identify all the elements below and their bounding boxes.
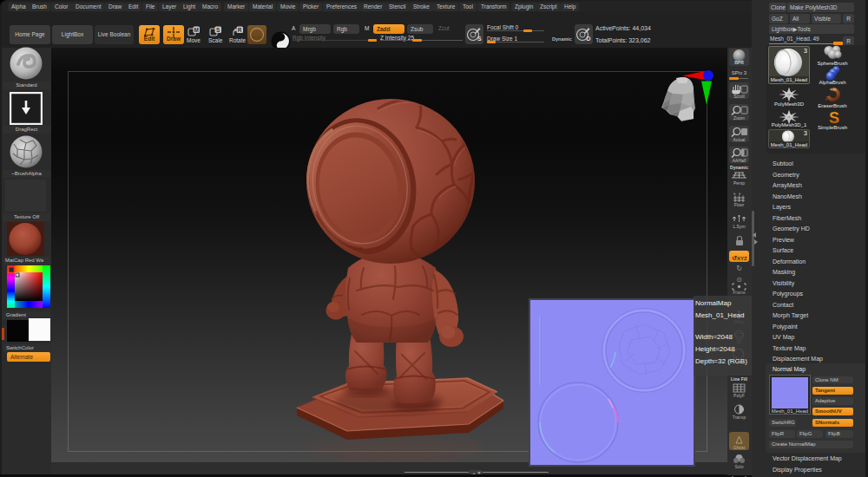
svg-text:Frame: Frame: [733, 290, 746, 295]
svg-text:BPR: BPR: [734, 60, 744, 65]
svg-text:Floor: Floor: [734, 202, 745, 207]
svg-text:M: M: [194, 27, 198, 33]
svg-text:XYZ: XYZ: [737, 256, 747, 261]
svg-text:Actual: Actual: [733, 137, 746, 142]
svg-text:R: R: [238, 27, 242, 33]
svg-text:Ghost: Ghost: [733, 445, 746, 450]
svg-text:PolyF: PolyF: [733, 393, 745, 398]
svg-text:S: S: [216, 27, 220, 33]
svg-text:▾: ▾: [733, 192, 736, 196]
svg-text:Solo: Solo: [734, 464, 743, 469]
svg-text:S: S: [477, 36, 482, 42]
svg-text:AAHalf: AAHalf: [733, 158, 746, 163]
svg-text:L.Sym: L.Sym: [733, 224, 745, 229]
svg-text:Transp: Transp: [733, 415, 746, 420]
svg-text:Scroll: Scroll: [733, 94, 745, 99]
svg-text:Zoom: Zoom: [733, 115, 745, 121]
svg-text:Persp: Persp: [733, 180, 745, 186]
svg-text:▾: ▾: [739, 192, 741, 196]
svg-text:S: S: [829, 109, 839, 125]
svg-text:D: D: [587, 36, 591, 42]
